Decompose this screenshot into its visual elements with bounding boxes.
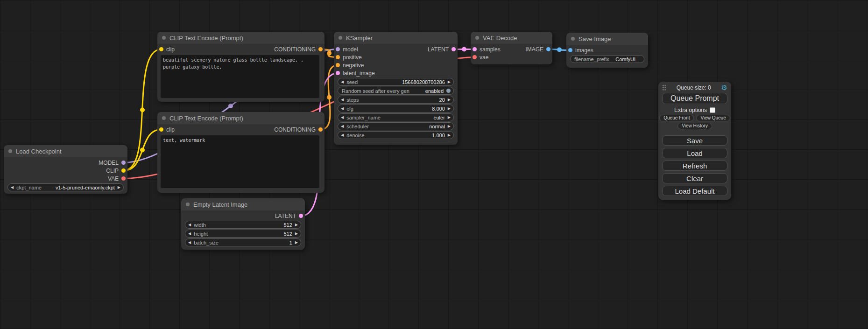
input-dot-negative[interactable] [336, 63, 340, 67]
node-clip-text-encode-negative[interactable]: CLIP Text Encode (Prompt) clip CONDITION… [157, 112, 325, 193]
output-dot-latent[interactable] [299, 214, 303, 218]
increment-icon[interactable]: ▶ [448, 116, 451, 119]
save-button[interactable]: Save [662, 135, 727, 146]
input-slot-negative[interactable]: negative [336, 62, 364, 69]
decrement-icon[interactable]: ◀ [341, 80, 344, 84]
output-dot-conditioning[interactable] [318, 47, 323, 51]
widget-sampler-name[interactable]: ◀ sampler_name euler ▶ [338, 113, 454, 121]
clear-button[interactable]: Clear [662, 173, 727, 183]
positive-prompt-textarea[interactable]: beautiful scenery nature glass bottle la… [161, 55, 319, 98]
node-title-bar[interactable]: KSampler [334, 32, 458, 44]
output-dot-vae[interactable] [121, 176, 126, 181]
drag-handle-icon[interactable] [662, 84, 666, 91]
widget-seed[interactable]: ◀ seed 156680208700286 ▶ [338, 78, 454, 86]
view-queue-button[interactable]: View Queue [696, 115, 730, 121]
output-slot-model[interactable]: MODEL [99, 160, 126, 166]
node-save-image[interactable]: Save Image images filename_prefix ComfyU… [566, 33, 648, 68]
decrement-icon[interactable]: ◀ [188, 223, 191, 227]
view-history-button[interactable]: View History [677, 123, 712, 129]
output-dot-model[interactable] [121, 161, 126, 165]
input-dot-clip[interactable] [159, 47, 163, 51]
widget-ckpt-name[interactable]: ◀ ckpt_name v1-5-pruned-emaonly.ckpt ▶ [7, 183, 124, 191]
node-load-checkpoint[interactable]: Load Checkpoint MODEL CLIP VAE ◀ [4, 145, 127, 194]
settings-gear-icon[interactable]: ⚙ [721, 84, 727, 91]
increment-icon[interactable]: ▶ [448, 80, 451, 84]
node-empty-latent-image[interactable]: Empty Latent Image LATENT ◀ width 512 ▶ … [181, 198, 305, 250]
node-collapse-dot-icon[interactable] [475, 36, 479, 40]
output-slot-latent[interactable]: LATENT [275, 213, 303, 219]
output-slot-latent[interactable]: LATENT [428, 46, 456, 53]
node-collapse-dot-icon[interactable] [8, 149, 12, 153]
widget-random-seed-toggle[interactable]: Random seed after every gen enabled [338, 87, 454, 95]
increment-icon[interactable]: ▶ [118, 186, 120, 189]
input-dot-clip[interactable] [159, 127, 163, 132]
output-dot-image[interactable] [546, 47, 550, 51]
node-collapse-dot-icon[interactable] [339, 36, 342, 40]
input-dot-vae[interactable] [473, 55, 477, 59]
load-button[interactable]: Load [662, 148, 727, 158]
increment-icon[interactable]: ▶ [448, 125, 451, 128]
output-slot-clip[interactable]: CLIP [106, 168, 126, 174]
output-dot-clip[interactable] [121, 168, 126, 173]
node-collapse-dot-icon[interactable] [186, 203, 190, 206]
increment-icon[interactable]: ▶ [295, 223, 298, 227]
widget-height[interactable]: ◀ height 512 ▶ [185, 230, 301, 238]
decrement-icon[interactable]: ◀ [341, 133, 344, 137]
decrement-icon[interactable]: ◀ [341, 125, 344, 128]
input-slot-clip[interactable]: clip [159, 46, 175, 53]
node-title-bar[interactable]: Load Checkpoint [4, 145, 127, 157]
node-collapse-dot-icon[interactable] [571, 37, 575, 41]
input-slot-model[interactable]: model [336, 46, 358, 53]
input-slot-images[interactable]: images [568, 47, 593, 54]
decrement-icon[interactable]: ◀ [188, 232, 191, 236]
input-slot-latent-image[interactable]: latent_image [336, 70, 375, 77]
widget-width[interactable]: ◀ width 512 ▶ [185, 221, 301, 229]
output-slot-image[interactable]: IMAGE [525, 46, 550, 53]
node-title-bar[interactable]: CLIP Text Encode (Prompt) [157, 32, 325, 44]
input-dot-model[interactable] [336, 47, 340, 51]
negative-prompt-textarea[interactable]: text, watermark [161, 135, 319, 188]
node-vae-decode[interactable]: VAE Decode samples IMAGE vae [471, 32, 552, 64]
node-clip-text-encode-positive[interactable]: CLIP Text Encode (Prompt) clip CONDITION… [157, 32, 325, 102]
decrement-icon[interactable]: ◀ [11, 186, 14, 189]
decrement-icon[interactable]: ◀ [188, 241, 191, 245]
widget-scheduler[interactable]: ◀ scheduler normal ▶ [338, 122, 454, 130]
decrement-icon[interactable]: ◀ [341, 107, 344, 111]
load-default-button[interactable]: Load Default [662, 186, 727, 196]
input-slot-samples[interactable]: samples [473, 46, 501, 53]
widget-cfg[interactable]: ◀ cfg 8.000 ▶ [338, 105, 454, 112]
widget-denoise[interactable]: ◀ denoise 1.000 ▶ [338, 131, 454, 139]
input-dot-images[interactable] [568, 48, 572, 52]
queue-prompt-button[interactable]: Queue Prompt [662, 93, 727, 104]
widget-steps[interactable]: ◀ steps 20 ▶ [338, 96, 454, 104]
increment-icon[interactable]: ▶ [448, 107, 451, 111]
output-slot-vae[interactable]: VAE [108, 175, 126, 182]
node-collapse-dot-icon[interactable] [162, 116, 166, 120]
node-title-bar[interactable]: VAE Decode [471, 32, 552, 44]
node-title-bar[interactable]: CLIP Text Encode (Prompt) [157, 112, 325, 124]
widget-filename-prefix[interactable]: filename_prefix ComfyUI [570, 55, 644, 63]
decrement-icon[interactable]: ◀ [341, 98, 344, 102]
input-dot-positive[interactable] [336, 55, 340, 59]
increment-icon[interactable]: ▶ [295, 232, 298, 236]
extra-options-checkbox[interactable] [710, 107, 715, 113]
output-dot-latent[interactable] [452, 47, 456, 51]
node-title-bar[interactable]: Empty Latent Image [181, 198, 305, 210]
decrement-icon[interactable]: ◀ [341, 116, 344, 119]
input-slot-clip[interactable]: clip [159, 126, 175, 133]
node-collapse-dot-icon[interactable] [162, 36, 166, 40]
increment-icon[interactable]: ▶ [448, 133, 451, 137]
output-slot-conditioning[interactable]: CONDITIONING [274, 126, 323, 133]
node-ksampler[interactable]: KSampler model LATENT positive negative [334, 32, 458, 145]
increment-icon[interactable]: ▶ [295, 241, 298, 245]
output-dot-conditioning[interactable] [318, 127, 323, 132]
output-slot-conditioning[interactable]: CONDITIONING [274, 46, 323, 53]
input-dot-latent-image[interactable] [336, 71, 340, 75]
refresh-button[interactable]: Refresh [662, 161, 727, 171]
input-slot-positive[interactable]: positive [336, 54, 362, 61]
node-title-bar[interactable]: Save Image [566, 33, 648, 45]
queue-front-button[interactable]: Queue Front [659, 115, 694, 121]
input-slot-vae[interactable]: vae [473, 54, 488, 61]
input-dot-samples[interactable] [473, 47, 477, 51]
widget-batch-size[interactable]: ◀ batch_size 1 ▶ [185, 238, 301, 246]
